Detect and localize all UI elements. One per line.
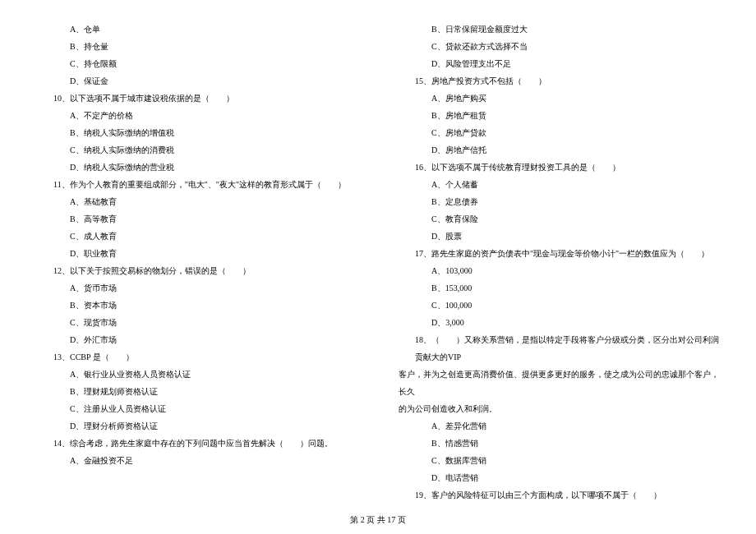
q11-option-c: C、成人教育 — [37, 228, 357, 245]
q12-stem: 12、以下关于按照交易标的物划分，错误的是（ ） — [37, 262, 357, 279]
q10-option-a: A、不定产的价格 — [37, 107, 357, 124]
two-column-layout: A、仓单 B、持仓量 C、持仓限额 D、保证金 10、以下选项不属于城市建设税依… — [37, 21, 719, 501]
q12-option-a: A、货币市场 — [37, 279, 357, 297]
q9-option-b: B、持仓量 — [37, 38, 357, 55]
page-footer: 第 2 页 共 17 页 — [0, 514, 756, 526]
q9-option-d: D、保证金 — [37, 72, 357, 90]
right-column: B、日常保留现金额度过大 C、贷款还款方式选择不当 D、风险管理支出不足 15、… — [399, 21, 719, 501]
q14-option-b: B、日常保留现金额度过大 — [399, 21, 719, 38]
q13-stem: 13、CCBP 是（ ） — [37, 348, 357, 366]
q16-option-a: A、个人储蓄 — [399, 176, 719, 193]
q9-option-a: A、仓单 — [37, 21, 357, 38]
q14-option-a: A、金融投资不足 — [37, 452, 357, 469]
q14-stem: 14、综合考虑，路先生家庭中存在的下列问题中应当首先解决（ ）问题。 — [37, 435, 357, 452]
q13-option-d: D、理财分析师资格认证 — [37, 417, 357, 435]
q12-option-d: D、外汇市场 — [37, 331, 357, 348]
q14-option-c: C、贷款还款方式选择不当 — [399, 38, 719, 55]
q11-option-d: D、职业教育 — [37, 245, 357, 262]
q18-option-a: A、差异化营销 — [399, 417, 719, 435]
q18-stem-line1: 18、（ ）又称关系营销，是指以特定手段将客户分级或分类，区分出对公司利润贡献大… — [399, 331, 719, 366]
q16-option-c: C、教育保险 — [399, 210, 719, 228]
q17-option-b: B、153,000 — [399, 279, 719, 297]
q16-option-d: D、股票 — [399, 228, 719, 245]
q14-option-d: D、风险管理支出不足 — [399, 55, 719, 72]
q10-option-b: B、纳税人实际缴纳的增值税 — [37, 124, 357, 141]
q18-option-d: D、电话营销 — [399, 469, 719, 486]
q11-stem: 11、作为个人教育的重要组成部分，"电大"、"夜大"这样的教育形式属于（ ） — [37, 176, 357, 193]
q18-stem-line3: 的为公司创造收入和利润。 — [399, 400, 719, 417]
q16-option-b: B、定息债券 — [399, 193, 719, 210]
q18-option-b: B、情感营销 — [399, 435, 719, 452]
q11-option-a: A、基础教育 — [37, 193, 357, 210]
q12-option-c: C、现货市场 — [37, 314, 357, 331]
q17-option-d: D、3,000 — [399, 314, 719, 331]
q13-option-b: B、理财规划师资格认证 — [37, 383, 357, 400]
q15-option-c: C、房地产贷款 — [399, 124, 719, 141]
q15-option-b: B、房地产租赁 — [399, 107, 719, 124]
q18-stem-line2: 客户，并为之创造更高消费价值、提供更多更好的服务，使之成为公司的忠诚那个客户，长… — [399, 366, 719, 400]
q10-option-c: C、纳税人实际缴纳的消费税 — [37, 141, 357, 159]
q19-stem: 19、客户的风险特征可以由三个方面构成，以下哪项不属于（ ） — [399, 486, 719, 504]
q11-option-b: B、高等教育 — [37, 210, 357, 228]
q10-option-d: D、纳税人实际缴纳的营业税 — [37, 159, 357, 176]
left-column: A、仓单 B、持仓量 C、持仓限额 D、保证金 10、以下选项不属于城市建设税依… — [37, 21, 357, 501]
q17-option-c: C、100,000 — [399, 297, 719, 314]
q12-option-b: B、资本市场 — [37, 297, 357, 314]
q17-stem: 17、路先生家庭的资产负债表中"现金与现金等价物小计"一栏的数值应为（ ） — [399, 245, 719, 262]
q15-option-d: D、房地产信托 — [399, 141, 719, 159]
q9-option-c: C、持仓限额 — [37, 55, 357, 72]
q15-stem: 15、房地产投资方式不包括（ ） — [399, 72, 719, 90]
q16-stem: 16、以下选项不属于传统教育理财投资工具的是（ ） — [399, 159, 719, 176]
q17-option-a: A、103,000 — [399, 262, 719, 279]
q13-option-a: A、银行业从业资格人员资格认证 — [37, 366, 357, 383]
q10-stem: 10、以下选项不属于城市建设税依据的是（ ） — [37, 90, 357, 107]
q18-option-c: C、数据库营销 — [399, 452, 719, 469]
q15-option-a: A、房地产购买 — [399, 90, 719, 107]
q13-option-c: C、注册从业人员资格认证 — [37, 400, 357, 417]
